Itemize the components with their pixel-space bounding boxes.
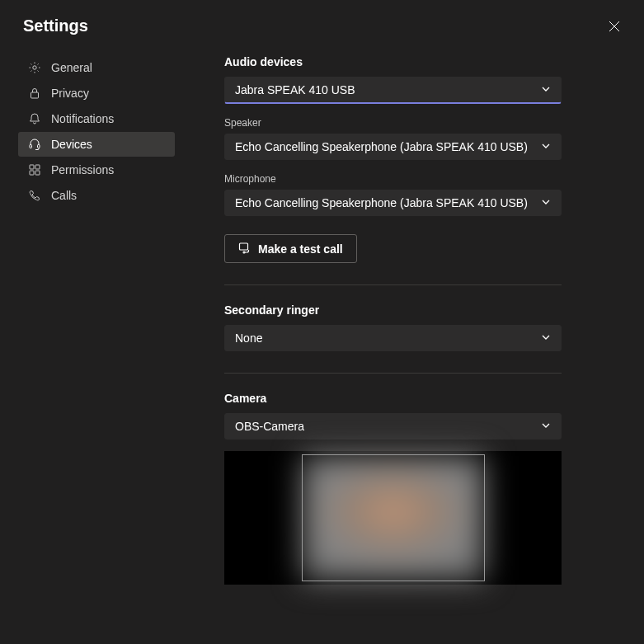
phone-icon bbox=[28, 189, 41, 202]
chevron-down-icon bbox=[541, 331, 551, 345]
chevron-down-icon bbox=[541, 140, 551, 153]
close-icon bbox=[609, 21, 620, 32]
bell-icon bbox=[28, 112, 41, 125]
audio-devices-label: Audio devices bbox=[224, 55, 562, 68]
divider bbox=[224, 373, 562, 374]
divider bbox=[224, 284, 562, 285]
camera-preview bbox=[224, 451, 562, 585]
page-title: Settings bbox=[23, 16, 88, 35]
make-test-call-button[interactable]: Make a test call bbox=[224, 234, 357, 263]
chevron-down-icon bbox=[541, 196, 551, 209]
sidebar-item-notifications[interactable]: Notifications bbox=[18, 106, 175, 131]
sidebar-item-label: General bbox=[51, 61, 92, 74]
chevron-down-icon bbox=[541, 420, 551, 433]
secondary-ringer-dropdown[interactable]: None bbox=[224, 325, 562, 351]
svg-rect-7 bbox=[35, 165, 40, 169]
close-button[interactable] bbox=[608, 20, 621, 33]
svg-point-11 bbox=[243, 251, 245, 253]
sidebar-item-calls[interactable]: Calls bbox=[18, 183, 175, 208]
headset-icon bbox=[28, 138, 41, 151]
microphone-label: Microphone bbox=[224, 173, 562, 185]
apps-icon bbox=[28, 163, 41, 176]
dropdown-value: OBS-Camera bbox=[235, 420, 304, 433]
svg-rect-9 bbox=[35, 171, 40, 175]
sidebar-item-permissions[interactable]: Permissions bbox=[18, 157, 175, 182]
svg-rect-8 bbox=[30, 171, 34, 175]
speaker-label: Speaker bbox=[224, 117, 562, 129]
svg-rect-4 bbox=[30, 145, 32, 148]
test-call-label: Make a test call bbox=[258, 242, 343, 256]
sidebar-item-label: Permissions bbox=[51, 163, 114, 176]
svg-rect-5 bbox=[38, 145, 40, 148]
svg-point-2 bbox=[33, 66, 36, 69]
sidebar-item-general[interactable]: General bbox=[18, 55, 175, 80]
sidebar-item-label: Privacy bbox=[51, 87, 89, 100]
sidebar-item-label: Notifications bbox=[51, 112, 114, 125]
dropdown-value: Jabra SPEAK 410 USB bbox=[235, 83, 355, 96]
test-call-icon bbox=[238, 241, 251, 256]
dropdown-value: Echo Cancelling Speakerphone (Jabra SPEA… bbox=[235, 140, 528, 153]
microphone-dropdown[interactable]: Echo Cancelling Speakerphone (Jabra SPEA… bbox=[224, 190, 562, 216]
content-panel: Audio devices Jabra SPEAK 410 USB Speake… bbox=[183, 49, 644, 585]
sidebar: General Privacy Notifications bbox=[10, 49, 183, 585]
dropdown-value: Echo Cancelling Speakerphone (Jabra SPEA… bbox=[235, 196, 528, 209]
sidebar-item-privacy[interactable]: Privacy bbox=[18, 81, 175, 106]
chevron-down-icon bbox=[541, 83, 551, 96]
camera-dropdown[interactable]: OBS-Camera bbox=[224, 413, 562, 440]
svg-rect-6 bbox=[30, 165, 34, 169]
svg-rect-10 bbox=[240, 243, 248, 250]
camera-preview-frame bbox=[302, 454, 485, 581]
sidebar-item-label: Calls bbox=[51, 189, 77, 202]
svg-rect-3 bbox=[31, 92, 39, 98]
secondary-ringer-label: Secondary ringer bbox=[224, 303, 562, 317]
audio-devices-dropdown[interactable]: Jabra SPEAK 410 USB bbox=[224, 77, 562, 104]
speaker-dropdown[interactable]: Echo Cancelling Speakerphone (Jabra SPEA… bbox=[224, 134, 562, 160]
dropdown-value: None bbox=[235, 331, 262, 345]
sidebar-item-label: Devices bbox=[51, 138, 92, 151]
camera-label: Camera bbox=[224, 392, 562, 405]
gear-icon bbox=[28, 61, 41, 74]
sidebar-item-devices[interactable]: Devices bbox=[18, 132, 175, 157]
lock-icon bbox=[28, 87, 41, 100]
